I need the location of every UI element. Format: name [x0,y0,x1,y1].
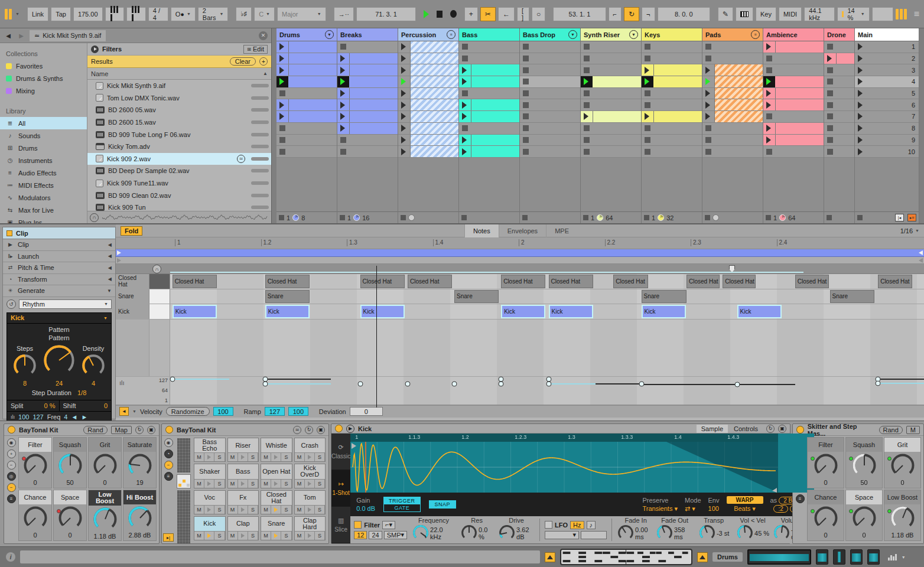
device-on-icon[interactable] [8,426,15,434]
secondary-loop-bar[interactable] [116,257,924,264]
clip-slot[interactable] [459,76,519,88]
track-fold-icon[interactable]: ▼ [629,30,638,39]
knob[interactable] [460,524,478,543]
track-stop-all-icon[interactable] [461,215,467,220]
track-header[interactable]: Pads≡ [702,28,763,41]
filters-row[interactable]: Filters ⊞Edit [87,43,271,56]
clip-slot[interactable] [581,146,641,158]
track-header[interactable]: Keys [642,28,702,41]
clip-slot[interactable] [702,123,763,135]
randomize-amount-field[interactable]: 100 [213,407,233,416]
param-value[interactable]: 0.00 ms [635,526,655,540]
computer-midi-keyboard-button[interactable] [736,7,753,21]
clip-slot[interactable] [581,88,641,100]
edit-filters-button[interactable]: ⊞Edit [243,45,268,54]
track-fold-icon[interactable]: ▼ [568,30,577,39]
pad-name[interactable]: Clap [228,517,259,532]
knob[interactable] [498,524,516,543]
device-on-icon[interactable] [335,425,343,432]
pad-play-button[interactable] [305,532,315,540]
macro-value[interactable]: 0 [103,479,106,486]
param-value[interactable]: 45 % [754,530,769,537]
groove-amount[interactable]: O●▼ [171,7,196,21]
scene-slot[interactable]: 4 [855,76,919,88]
frequency-value[interactable]: 22.0 kHz [430,526,456,540]
velocity-marker[interactable] [876,381,881,386]
sidebar-item-max-for-live[interactable]: ⇆Max for Live [0,204,87,216]
scene-slot[interactable]: 3 [855,64,919,76]
track-stop-all-icon[interactable] [279,215,284,220]
lfo-rate-field[interactable] [581,531,607,539]
clip-slot[interactable] [459,111,519,123]
device-thumbnail[interactable] [833,549,845,565]
pad-name[interactable]: Crash [295,438,326,453]
clip-slot[interactable] [702,76,763,88]
tab-envelopes[interactable]: Envelopes [499,224,546,237]
pad-mute-button[interactable]: M [194,480,204,488]
drum-pad-bass[interactable]: BassMS [227,464,259,488]
lane-select-caret-icon[interactable]: ▼ [132,409,136,413]
file-row[interactable]: Kick 909 2.wav≃ [87,153,271,165]
pad-solo-button[interactable]: S [281,506,291,514]
macro-value[interactable]: 0 [862,532,866,539]
device-thumbnail-selected[interactable] [747,549,811,565]
clip-slot[interactable] [642,88,702,100]
drum-pad-bass-echo[interactable]: Bass EchoMS [194,438,226,462]
midi-map-button[interactable]: MIDI [779,7,802,21]
velocity-marker[interactable] [639,382,644,387]
clip-slot[interactable] [642,111,702,123]
sidebar-item-all[interactable]: ≣All [0,117,87,129]
io-icon[interactable]: ◉ [164,438,173,447]
drum-pad-kick[interactable]: KickMS [194,516,226,540]
pad-play-button[interactable] [271,532,281,540]
pad-mute-button[interactable]: M [261,532,271,540]
pad-solo-button[interactable]: S [248,506,258,514]
midi-note[interactable]: Snare [642,290,687,304]
new-button[interactable]: + [464,7,478,21]
pad-solo-button[interactable]: S [248,480,258,488]
clip-slot[interactable] [824,53,854,65]
beat-time-ruler[interactable]: 11.21.31.422.22.32.4 [116,237,924,249]
midi-note[interactable]: Kick [501,305,545,318]
link-button[interactable]: Link [27,7,48,21]
clip-slot[interactable] [520,135,580,146]
preserve-menu[interactable]: Transients ▾ [642,505,678,513]
clip-slot[interactable] [824,64,854,76]
pad-solo-button[interactable]: S [214,506,225,514]
clip-slot[interactable] [642,64,702,76]
clip-slot[interactable] [642,99,702,111]
midi-note[interactable]: Closed Hat [723,275,756,288]
file-row[interactable]: BD 909 Clean 02.wav [87,189,271,201]
macro-value[interactable]: 1.18 dB [892,532,914,539]
knob[interactable] [57,452,84,480]
midi-note[interactable]: Closed Hat [795,275,829,288]
receive-icon[interactable]: ◔ [164,449,173,458]
midi-note[interactable]: Snare [830,290,874,304]
arrangement-overview-icon[interactable]: ▸≡ [907,214,916,221]
lane-note-area[interactable]: KickKickKickKickKickKickKick [170,304,924,319]
lfo-sync-button[interactable]: ♪ [587,521,596,529]
midi-note[interactable]: Snare [454,290,499,304]
clip-slot[interactable] [398,99,458,111]
knob[interactable] [812,452,840,480]
pad-name[interactable]: Closed Hat [261,491,292,506]
scene-slot[interactable]: 10 [855,146,919,158]
clip-slot[interactable] [520,76,580,88]
clip-slot[interactable] [581,111,641,123]
macro-value[interactable]: 1.18 dB [94,533,116,540]
lane-piano-key[interactable] [149,274,170,289]
clip-slot[interactable] [763,53,824,65]
scale-accidental-button[interactable]: ♭♯ [236,7,252,21]
clip-slot[interactable] [763,111,824,123]
file-row[interactable]: BD 2600 15.wav [87,116,271,129]
loop-start-field[interactable]: 53. 1. 1 [553,7,606,21]
capture-midi-button[interactable]: ○ [532,7,545,21]
pad-mute-button[interactable]: M [295,506,305,514]
clip-section-clip[interactable]: ▶Clip◀ [3,239,115,251]
res-value[interactable]: 0.0 % [479,526,493,540]
midi-note[interactable]: Closed Hat [687,275,720,288]
fold-button[interactable]: Fold [121,226,142,236]
param-value[interactable]: 358 ms [674,526,694,540]
clip-slot[interactable] [763,146,824,158]
pad-solo-button[interactable]: S [214,532,225,540]
